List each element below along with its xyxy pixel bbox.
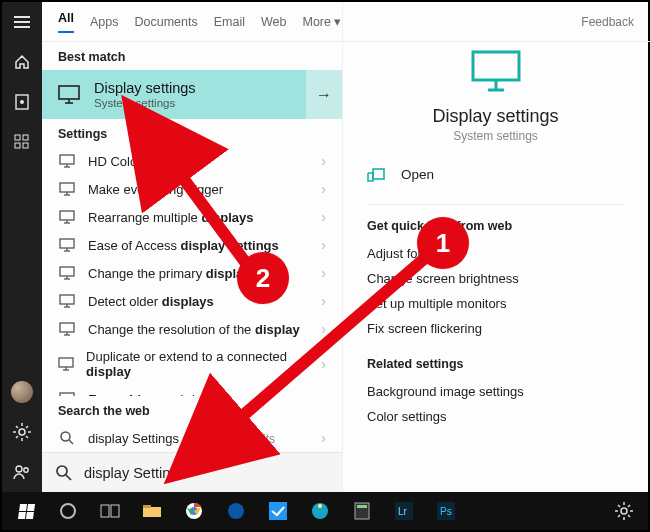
- taskbar-cortana-icon[interactable]: [48, 492, 88, 530]
- search-icon: [58, 431, 76, 445]
- svg-rect-26: [60, 211, 74, 220]
- settings-result[interactable]: Ease of Access display settings›: [42, 231, 342, 259]
- tab-web[interactable]: Web: [261, 15, 286, 29]
- chevron-right-icon: ›: [321, 321, 326, 337]
- svg-rect-63: [269, 502, 287, 520]
- taskbar-app-icon[interactable]: [258, 492, 298, 530]
- taskbar-explorer-icon[interactable]: [132, 492, 172, 530]
- best-match-result[interactable]: Display settings System settings →: [42, 70, 342, 119]
- rail-home-icon[interactable]: [2, 42, 42, 82]
- settings-result[interactable]: Detect older displays›: [42, 287, 342, 315]
- quick-help-link[interactable]: Set up multiple monitors: [367, 291, 624, 316]
- taskbar-calculator-icon[interactable]: [342, 492, 382, 530]
- svg-point-6: [19, 429, 25, 435]
- svg-rect-54: [373, 169, 384, 179]
- settings-result[interactable]: Make everything bigger›: [42, 175, 342, 203]
- svg-rect-38: [60, 323, 74, 332]
- start-button[interactable]: [6, 492, 46, 530]
- svg-line-50: [66, 475, 71, 480]
- settings-result[interactable]: HD Color settings›: [42, 147, 342, 175]
- settings-result[interactable]: Change the primary display›: [42, 259, 342, 287]
- svg-rect-29: [60, 239, 74, 248]
- svg-rect-35: [60, 295, 74, 304]
- monitor-icon: [58, 85, 80, 105]
- section-search-web: Search the web: [42, 396, 342, 424]
- svg-rect-5: [23, 143, 28, 148]
- taskbar-app-icon[interactable]: [300, 492, 340, 530]
- svg-line-14: [16, 436, 18, 438]
- best-match-title: Display settings: [94, 80, 196, 96]
- search-input[interactable]: [84, 465, 328, 481]
- svg-rect-32: [60, 267, 74, 276]
- svg-line-77: [618, 505, 620, 507]
- settings-result[interactable]: Change the resolution of the display›: [42, 315, 342, 343]
- best-match-subtitle: System settings: [94, 97, 196, 109]
- preview-subtitle: System settings: [367, 129, 624, 143]
- chevron-right-icon: ›: [321, 181, 326, 197]
- chevron-right-icon: ›: [321, 430, 326, 446]
- svg-rect-51: [473, 52, 519, 80]
- tab-documents[interactable]: Documents: [134, 15, 197, 29]
- svg-rect-59: [143, 505, 151, 508]
- taskbar-lightroom-icon[interactable]: Lr: [384, 492, 424, 530]
- svg-rect-57: [111, 505, 119, 517]
- monitor-icon: [58, 210, 76, 224]
- web-result-text: display Settings: [88, 431, 179, 446]
- taskbar-photoshop-icon[interactable]: Ps: [426, 492, 466, 530]
- search-box[interactable]: [42, 452, 342, 492]
- svg-line-48: [69, 440, 73, 444]
- chevron-right-icon: ›: [321, 293, 326, 309]
- result-text: Ease of Access brightness setting: [88, 392, 287, 397]
- quick-help-link[interactable]: Fix screen flickering: [367, 316, 624, 341]
- results-column: All Apps Documents Email Web More ▾ Feed…: [42, 2, 342, 492]
- settings-result[interactable]: Duplicate or extend to a connected displ…: [42, 343, 342, 385]
- svg-point-1: [20, 100, 24, 104]
- rail-menu-icon[interactable]: [2, 2, 42, 42]
- taskbar-settings-icon[interactable]: [604, 492, 644, 530]
- svg-point-47: [61, 432, 70, 441]
- rail-settings-icon[interactable]: [2, 412, 42, 452]
- rail-apps-icon[interactable]: [2, 122, 42, 162]
- svg-rect-44: [60, 393, 74, 396]
- svg-line-12: [26, 436, 28, 438]
- chevron-right-icon: ›: [321, 391, 326, 396]
- quick-help-title: Get quick help from web: [367, 219, 624, 233]
- start-left-rail: [2, 2, 42, 492]
- taskbar-edge-icon[interactable]: [216, 492, 256, 530]
- taskbar-taskview-icon[interactable]: [90, 492, 130, 530]
- svg-line-78: [628, 515, 630, 517]
- tab-all[interactable]: All: [58, 11, 74, 33]
- related-setting-link[interactable]: Background image settings: [367, 379, 624, 404]
- svg-rect-41: [59, 358, 73, 367]
- chevron-right-icon: ›: [321, 153, 326, 169]
- open-action[interactable]: Open: [367, 165, 624, 198]
- quick-help-link[interactable]: Adjust font size: [367, 241, 624, 266]
- settings-result[interactable]: Rearrange multiple displays›: [42, 203, 342, 231]
- svg-line-11: [16, 426, 18, 428]
- best-match-open-arrow[interactable]: →: [306, 70, 342, 119]
- svg-line-13: [26, 426, 28, 428]
- quick-help-link[interactable]: Change screen brightness: [367, 266, 624, 291]
- monitor-icon: [58, 357, 74, 371]
- related-setting-link[interactable]: Color settings: [367, 404, 624, 429]
- settings-result[interactable]: Ease of Access brightness setting›: [42, 385, 342, 396]
- preview-title: Display settings: [367, 106, 624, 127]
- rail-user-avatar[interactable]: [2, 372, 42, 412]
- section-settings: Settings: [42, 119, 342, 147]
- tab-apps[interactable]: Apps: [90, 15, 119, 29]
- taskbar-chrome-icon[interactable]: [174, 492, 214, 530]
- tab-more[interactable]: More ▾: [302, 14, 341, 29]
- svg-rect-20: [60, 155, 74, 164]
- rail-people-icon[interactable]: [2, 452, 42, 492]
- web-result[interactable]: display Settings - See web results ›: [42, 424, 342, 452]
- svg-text:Ps: Ps: [440, 506, 452, 517]
- result-text: Change the resolution of the display: [88, 322, 300, 337]
- svg-line-79: [628, 505, 630, 507]
- chevron-down-icon: ▾: [334, 15, 341, 29]
- svg-rect-17: [59, 86, 79, 99]
- rail-recent-icon[interactable]: [2, 82, 42, 122]
- result-text: Rearrange multiple displays: [88, 210, 253, 225]
- chevron-right-icon: ›: [321, 356, 326, 372]
- result-text: Duplicate or extend to a connected displ…: [86, 349, 309, 379]
- tab-email[interactable]: Email: [214, 15, 245, 29]
